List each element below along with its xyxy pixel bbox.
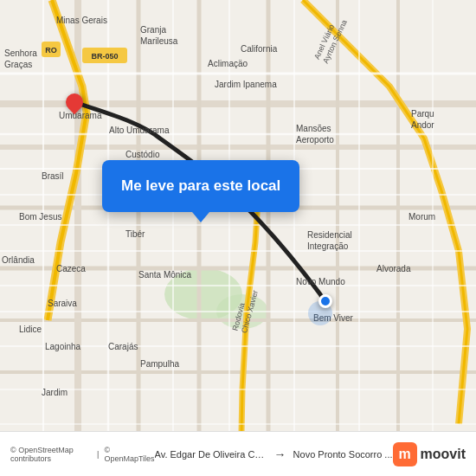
osm-credit-tiles: | — [97, 450, 99, 459]
from-label: Av. Edgar De Oliveira Cas... — [155, 449, 267, 460]
moovit-logo: m moovit — [393, 442, 466, 466]
svg-text:BR-050: BR-050 — [91, 52, 118, 61]
popup-take-me[interactable]: Me leve para este local — [102, 160, 299, 212]
bottom-bar-left: © OpenStreetMap contributors | © OpenMap… — [10, 446, 155, 463]
map-roads: BR-050 RO — [0, 0, 476, 476]
bottom-bar: © OpenStreetMap contributors | © OpenMap… — [0, 431, 476, 476]
osm-credit: © OpenStreetMap contributors — [10, 446, 92, 463]
svg-text:RO: RO — [45, 46, 57, 55]
destination-marker — [318, 294, 332, 308]
popup-text: Me leve para este local — [121, 177, 280, 194]
moovit-icon: m — [393, 442, 417, 466]
arrow-icon: → — [274, 447, 286, 461]
openmaptiles-credit: © OpenMapTiles — [104, 446, 154, 463]
svg-rect-0 — [0, 0, 476, 476]
map-container: BR-050 RO Minas Gerais SenhoraGraças Gra… — [0, 0, 476, 476]
route-summary: Av. Edgar De Oliveira Cas... → Novo Pron… — [155, 447, 393, 461]
to-label: Novo Pronto Socorro ... — [293, 449, 393, 460]
moovit-text: moovit — [421, 447, 466, 462]
